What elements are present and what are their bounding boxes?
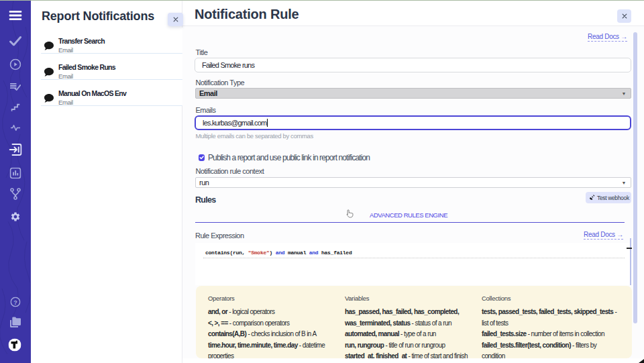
- svg-text:?: ?: [13, 299, 17, 306]
